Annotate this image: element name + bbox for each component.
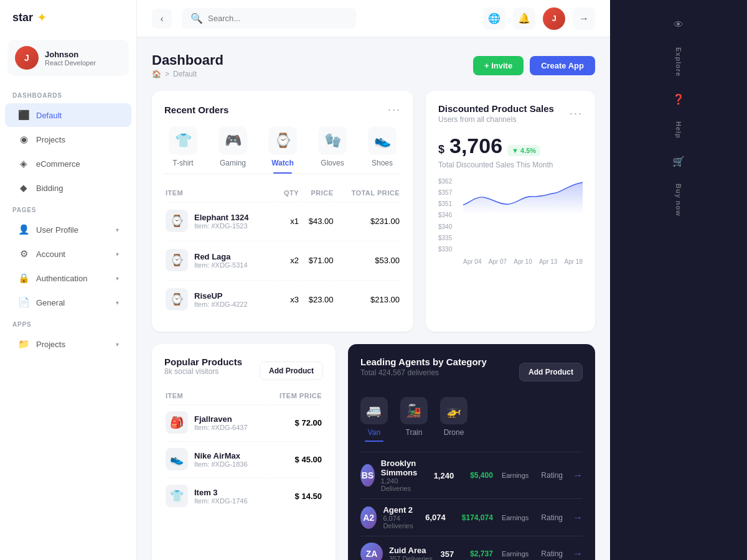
product-img: 👕 [166,485,188,507]
right-panel-icon-3[interactable]: 🛒 [666,149,691,174]
sales-amount: $ 3,706 ▼ 4.5% [438,134,583,158]
content-area: Dashboard 🏠 > Default + Invite Create Ap… [137,37,610,560]
sidebar-item-label: eCommerce [36,159,80,169]
agent-info: Brooklyn Simmons 1,240 Deliveries [381,459,428,492]
agent-tab-van[interactable]: 🚐 Van [360,397,388,442]
chevron-down-icon: ▾ [116,226,119,233]
avatar: J [15,46,39,70]
agents-title: Leading Agents by Category [360,357,487,367]
agent-rating-arrow[interactable]: → [573,470,583,481]
sidebar-item-projects[interactable]: ◉ Projects [5,128,131,151]
product-id: Item: #XDG-6437 [194,424,248,431]
sidebar-item-default[interactable]: ⬛ Default [5,103,131,127]
user-role: React Developer [45,59,96,67]
user-profile-icon: 👤 [17,223,30,236]
projects-app-icon: 📁 [17,338,30,350]
notification-icon-button[interactable]: 🔔 [513,7,535,30]
agent-deliveries: 6,074 Deliveries [383,515,419,530]
help-label[interactable]: Help [672,116,685,144]
table-row: 👟 Nike AirMax Item: #XDG-1836 $ 45.00 [166,441,322,477]
sidebar-item-bidding[interactable]: ◆ Bidding [5,176,131,200]
products-column-header: ITEM PRICE [269,388,322,403]
sidebar-item-label: Projects [36,340,65,349]
chevron-down-icon: ▾ [116,275,119,282]
globe-icon-button[interactable]: 🌐 [483,7,505,30]
sales-menu-icon[interactable]: ··· [570,107,583,120]
sidebar-item-projects-app[interactable]: 📁 Projects ▾ [5,332,131,356]
agent-rating-arrow[interactable]: → [573,548,583,559]
order-qty: x2 [279,241,299,279]
right-panel-icon-2[interactable]: ❓ [666,86,691,111]
agent-avatar: ZA [360,543,383,560]
order-item-name: Elephant 1324 [194,213,248,222]
product-item-cell: 🎒 Fjallraven Item: #XDG-6437 [166,404,268,440]
card-menu-icon[interactable]: ··· [388,103,401,116]
products-column-header: ITEM [166,388,268,403]
sidebar-item-user-profile[interactable]: 👤 User Profile ▾ [5,218,131,241]
agents-add-product-button[interactable]: Add Product [519,363,583,381]
agent-tab-label-van: Van [368,428,380,437]
table-row: ⌚ Elephant 1324 Item: #XDG-1523 x1 $43.0… [166,202,400,240]
chevron-down-icon: ▾ [116,341,119,348]
topbar-right: 🌐 🔔 J → [483,7,595,30]
sidebar-item-ecommerce[interactable]: ◈ eCommerce [5,152,131,175]
order-tab-gaming[interactable]: 🎮 Gaming [214,126,251,174]
default-icon: ⬛ [17,109,30,121]
search-input[interactable] [208,14,347,23]
agent-tab-label-drone: Drone [444,428,464,437]
agent-rating-arrow[interactable]: → [573,512,583,523]
agent-info: Zuid Area 357 Deliveries [389,546,433,561]
topbar: ‹ 🔍 🌐 🔔 J → [137,0,610,37]
arrow-right-icon-button[interactable]: → [573,7,595,30]
chart-y-label: $346 [438,212,452,218]
agent-earnings: $5,400 [470,471,493,480]
chart-y-label: $330 [438,246,452,253]
breadcrumb-current: Default [173,70,197,78]
order-total: $231.00 [335,202,400,240]
product-name: Item 3 [194,488,248,497]
sales-number: 3,706 [449,134,502,158]
search-bar[interactable]: 🔍 [182,8,356,29]
explore-label[interactable]: Explore [672,42,685,82]
agent-tab-icon-train: 🚂 [400,397,428,424]
add-product-button[interactable]: Add Product [260,362,323,380]
invite-button[interactable]: + Invite [473,56,524,75]
order-tab-tshirt[interactable]: 👕 T-shirt [164,126,202,174]
sidebar-item-authentication[interactable]: 🔒 Authentication ▾ [5,266,131,290]
sidebar-collapse-button[interactable]: ‹ [152,9,172,29]
sidebar-item-general[interactable]: 📄 General ▾ [5,291,131,314]
table-row: ⌚ Red Laga Item: #XDG-5314 x2 $71.00 $53… [166,241,400,279]
order-item-img: ⌚ [166,288,188,310]
orders-column-header: TOTAL PRICE [335,185,400,200]
breadcrumb: 🏠 > Default [152,70,223,78]
order-qty: x3 [279,280,299,318]
agent-name: Zuid Area [389,546,433,555]
list-item: ZA Zuid Area 357 Deliveries 357 $2,737 E… [360,536,583,560]
chart-y-labels: $362$357$351$346$340$335$330 [438,178,452,253]
orders-column-header: PRICE [300,185,334,200]
buy-label[interactable]: Buy now [672,179,685,222]
agent-tab-train[interactable]: 🚂 Train [400,397,428,442]
general-icon: 📄 [17,296,30,309]
agent-name: Brooklyn Simmons [381,459,428,477]
sales-dollar: $ [438,143,444,156]
order-tab-watch[interactable]: ⌚ Watch [264,126,301,174]
agent-rating-label: Rating [541,549,563,558]
sidebar-item-account[interactable]: ⚙ Account ▾ [5,242,131,266]
product-img: 🎒 [166,411,188,434]
order-tab-gloves[interactable]: 🧤 Gloves [314,126,351,174]
order-tab-shoes[interactable]: 👟 Shoes [364,126,401,174]
agent-tab-drone[interactable]: 🚁 Drone [440,397,467,442]
products-subtitle: 8k social visitors [164,367,242,376]
create-app-button[interactable]: Create App [530,56,595,75]
home-icon: 🏠 [152,70,161,78]
chevron-down-icon: ▾ [116,251,119,258]
topbar-avatar[interactable]: J [543,7,565,30]
order-item-img: ⌚ [166,210,188,232]
products-card-header: Popular Products 8k social visitors Add … [164,357,323,385]
right-panel-icon-1[interactable]: 👁 [666,12,691,37]
bottom-grid: Popular Products 8k social visitors Add … [152,344,595,560]
sidebar-user[interactable]: J Johnson React Developer [7,40,129,76]
agent-info: Agent 2 6,074 Deliveries [383,505,419,530]
sidebar-section-label: APPS [0,315,136,332]
